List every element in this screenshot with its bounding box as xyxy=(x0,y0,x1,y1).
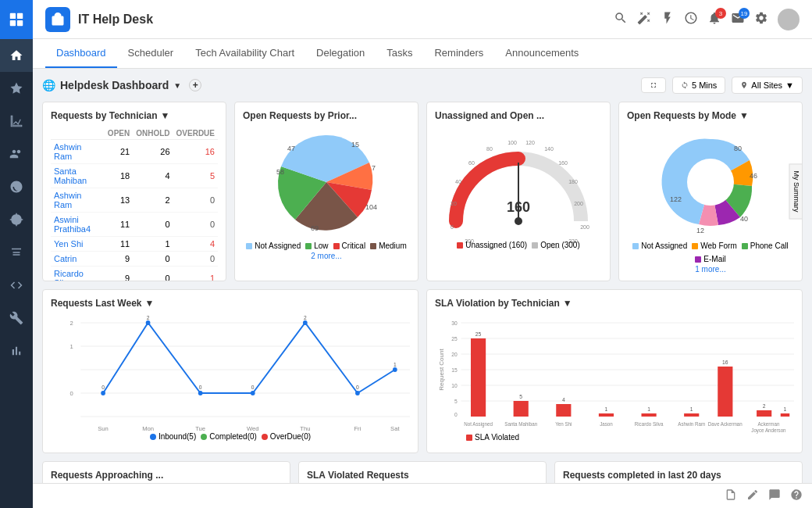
legend-overdue: OverDue(0) xyxy=(262,432,311,441)
sla-legend-violated: SLA Violated xyxy=(466,433,519,442)
sidebar-star[interactable] xyxy=(0,72,33,105)
refresh-button[interactable]: 5 Mins xyxy=(672,77,725,94)
footer-icon-3[interactable] xyxy=(768,488,781,503)
sidebar-wrench[interactable] xyxy=(0,302,33,334)
footer-icon-2[interactable] xyxy=(746,488,759,503)
more-link-priority[interactable]: 2 more... xyxy=(311,252,341,260)
tech-name[interactable]: Ricardo Silva xyxy=(51,267,105,282)
tech-name[interactable]: Aswini Prathiba4 xyxy=(51,213,105,237)
col-onhold: ONHOLD xyxy=(133,127,173,140)
tab-scheduler[interactable]: Scheduler xyxy=(117,39,185,68)
svg-text:100: 100 xyxy=(508,140,517,145)
svg-text:120: 120 xyxy=(525,140,535,145)
unassigned-open-card: Unassigned and Open ... 20 40 60 80 xyxy=(426,102,611,281)
requests-last-week-card: Requests Last Week ▼ 2 1 0 Sun Mon xyxy=(42,289,418,453)
tab-delegation[interactable]: Delegation xyxy=(305,39,376,68)
bell-icon[interactable]: 3 xyxy=(707,11,721,27)
svg-text:16: 16 xyxy=(722,360,728,365)
svg-rect-81 xyxy=(471,338,486,417)
table-row: Yen Shi 11 1 4 xyxy=(51,237,218,252)
globe-icon: 🌐 xyxy=(42,79,55,91)
table-row: Catrin 9 0 0 xyxy=(51,252,218,267)
sidebar-bar-chart[interactable] xyxy=(0,334,33,367)
sidebar-users[interactable] xyxy=(0,138,33,170)
svg-text:15: 15 xyxy=(451,367,458,373)
tech-onhold: 2 xyxy=(133,188,173,213)
add-widget-icon[interactable]: + xyxy=(189,79,201,91)
sites-filter-button[interactable]: All Sites ▼ xyxy=(732,77,803,94)
gear-icon[interactable] xyxy=(754,11,768,27)
svg-point-58 xyxy=(355,391,360,395)
my-summary-tab[interactable]: My Summary xyxy=(789,163,803,219)
open-by-mode-title: Open Requests by Mode ▼ xyxy=(627,110,794,121)
tech-dropdown-icon[interactable]: ▼ xyxy=(160,110,169,121)
svg-text:20: 20 xyxy=(451,352,458,357)
tab-tech-availability[interactable]: Tech Availability Chart xyxy=(184,39,305,68)
sidebar-logo[interactable] xyxy=(0,0,33,39)
user-avatar[interactable] xyxy=(778,9,800,30)
tab-reminders[interactable]: Reminders xyxy=(423,39,494,68)
svg-text:Ricardo Silva: Ricardo Silva xyxy=(635,421,664,427)
sidebar-network[interactable] xyxy=(0,170,33,203)
tab-announcements[interactable]: Announcements xyxy=(494,39,589,68)
requests-last-week-title: Requests Last Week ▼ xyxy=(51,298,410,309)
app-logo xyxy=(45,7,70,32)
tech-name[interactable]: Santa Mahiban xyxy=(51,164,105,188)
svg-point-54 xyxy=(146,320,151,325)
svg-rect-85 xyxy=(556,404,571,417)
lightning-icon[interactable] xyxy=(661,11,675,27)
footer-icon-1[interactable] xyxy=(725,488,737,503)
tech-overdue: 0 xyxy=(173,213,218,237)
svg-text:25: 25 xyxy=(451,336,458,342)
svg-text:Sat: Sat xyxy=(390,425,400,432)
svg-text:15: 15 xyxy=(351,141,359,148)
tech-overdue: 0 xyxy=(173,252,218,267)
tech-open: 9 xyxy=(105,252,133,267)
tech-open: 11 xyxy=(105,237,133,252)
tab-tasks[interactable]: Tasks xyxy=(376,39,423,68)
tech-open: 21 xyxy=(105,140,133,164)
svg-text:Fri: Fri xyxy=(354,425,361,432)
tab-dashboard[interactable]: Dashboard xyxy=(45,39,117,68)
tech-onhold: 4 xyxy=(133,164,173,188)
dropdown-icon[interactable]: ▼ xyxy=(173,81,181,90)
svg-rect-97 xyxy=(781,413,790,417)
sites-dropdown-icon: ▼ xyxy=(785,80,794,90)
mode-legend-phone: Phone Call xyxy=(742,241,789,250)
mode-dropdown-icon[interactable]: ▼ xyxy=(739,110,749,121)
magic-icon[interactable] xyxy=(637,11,651,27)
svg-text:47: 47 xyxy=(287,145,295,152)
sidebar-settings[interactable] xyxy=(0,203,33,236)
sla-dropdown-icon[interactable]: ▼ xyxy=(563,298,572,309)
tech-name[interactable]: Catrin xyxy=(51,252,105,267)
expand-button[interactable] xyxy=(641,77,666,93)
more-link-mode[interactable]: 1 more... xyxy=(695,265,725,274)
legend-low: Low xyxy=(305,241,328,250)
tech-name[interactable]: Yen Shi xyxy=(51,237,105,252)
sla-violation-card: SLA Violation by Technician ▼ Request Co… xyxy=(426,289,803,453)
svg-text:Yen Shi: Yen Shi xyxy=(555,421,572,427)
svg-point-59 xyxy=(393,367,397,372)
dashboard-controls: 5 Mins All Sites ▼ xyxy=(641,77,803,94)
svg-text:122: 122 xyxy=(670,195,682,203)
svg-text:1: 1 xyxy=(605,406,608,412)
sidebar-box[interactable] xyxy=(0,236,33,269)
svg-text:30: 30 xyxy=(451,320,458,326)
tech-onhold: 26 xyxy=(133,140,173,164)
tech-name[interactable]: Ashwin Ram xyxy=(51,188,105,213)
svg-rect-1 xyxy=(17,13,23,19)
tech-open: 18 xyxy=(105,164,133,188)
svg-text:0: 0 xyxy=(251,385,255,390)
svg-point-30 xyxy=(515,217,522,225)
tech-onhold: 1 xyxy=(133,237,173,252)
sla-violated-requests-title: SLA Violated Requests xyxy=(307,470,538,481)
footer-help-icon[interactable] xyxy=(790,488,803,503)
sidebar-home[interactable] xyxy=(0,39,33,72)
sidebar-code[interactable] xyxy=(0,269,33,302)
week-dropdown-icon[interactable]: ▼ xyxy=(145,298,155,309)
search-icon[interactable] xyxy=(614,11,628,27)
notification-icon[interactable]: 19 xyxy=(731,11,745,27)
sidebar-chart[interactable] xyxy=(0,105,33,138)
tech-name[interactable]: Ashwin Ram xyxy=(51,140,105,164)
clock-icon[interactable] xyxy=(684,11,698,27)
